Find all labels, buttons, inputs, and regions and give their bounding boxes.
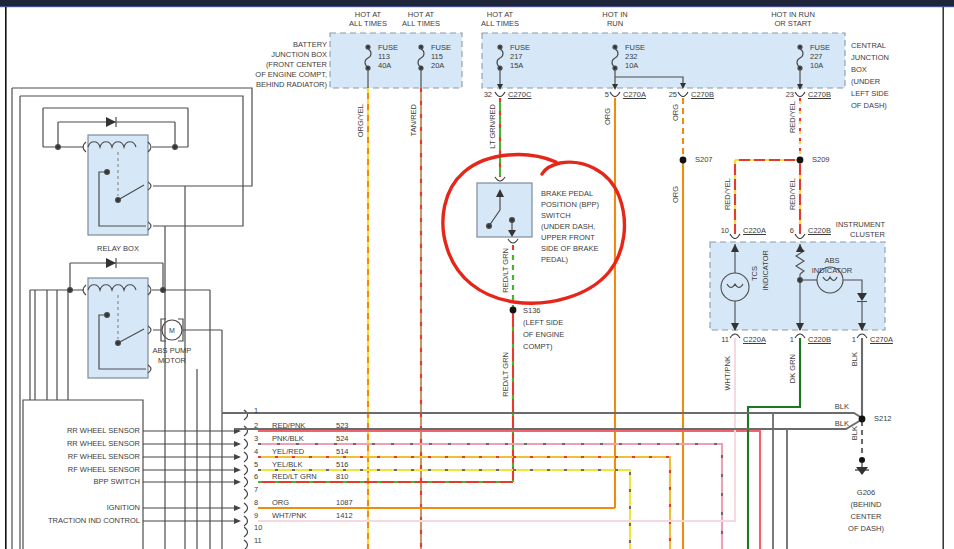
- bpp-top-connector-symbol: [495, 177, 505, 181]
- pin-11-arc: [244, 540, 248, 549]
- wire-label-blk-c: BLK: [815, 402, 849, 411]
- relay1-contact-dot: [105, 170, 110, 175]
- pin-num-7: 7: [254, 485, 258, 494]
- pin-num-9: 9: [254, 511, 258, 520]
- splice-s136-dot: [510, 307, 517, 314]
- connector-c220b-1-symbol: [795, 334, 805, 338]
- bpp-switch-box: [477, 183, 532, 237]
- wire-label-red-yel-b: RED/YEL: [723, 178, 732, 210]
- wire-code-pin9: WHT/PNK: [272, 511, 307, 520]
- connector-c270a-5-symbol: [610, 92, 620, 97]
- splice-s212-label: S212: [874, 414, 892, 423]
- central-junction-box-shape: [482, 33, 845, 88]
- pin-num-11: 11: [254, 536, 262, 545]
- wire-label-wht-pnk: WHT/PNK: [723, 356, 732, 391]
- connector-c270b25-name[interactable]: C270B: [691, 90, 714, 99]
- battery-junction-box-label: BATTERY JUNCTION BOX (FRONT CENTER OF EN…: [210, 40, 327, 90]
- wire-label-tan-red: TAN/RED: [409, 104, 418, 136]
- tcs-indicator-label-1: TCS: [750, 266, 759, 281]
- bpp-contact-dot2: [510, 218, 515, 223]
- wire-code-pin3: PNK/BLK: [272, 434, 304, 443]
- pin-7-arc: [244, 489, 248, 499]
- pin-num-2: 2: [254, 421, 258, 430]
- connector-c220a10-name[interactable]: C220A: [743, 226, 766, 235]
- splice-s207-label: S207: [695, 155, 713, 164]
- wire-label-red-yel-c: RED/YEL: [788, 178, 797, 210]
- splice-s207-dot: [680, 157, 687, 164]
- relay-box-label: RELAY BOX: [78, 244, 158, 253]
- pin-num-4: 4: [254, 447, 258, 456]
- relay1-diode-icon: [106, 117, 116, 127]
- circuit-num-pin9: 1412: [336, 511, 353, 520]
- instrument-cluster-title: INSTRUMENT CLUSTER: [797, 220, 885, 240]
- splice-s209-label: S209: [812, 155, 830, 164]
- module-feed-lines: [30, 290, 68, 400]
- bpp-switch-label: BRAKE PEDAL POSITION (BPP) SWITCH (UNDER…: [541, 188, 599, 265]
- relay1-node-right: [173, 145, 178, 150]
- relay2-diode-icon: [106, 258, 116, 268]
- wire-label-org-b: ORG: [671, 104, 680, 121]
- wire-code-pin5: YEL/BLK: [272, 460, 302, 469]
- power-tap-cjb2: HOT INRUN: [585, 10, 645, 28]
- relay1-node-left: [56, 145, 61, 150]
- bpp-bottom-connector-symbol: [508, 239, 518, 243]
- connector-c270a5-name[interactable]: C270A: [623, 90, 646, 99]
- ground-g206-label: G206 (BEHIND CENTER OF DASH): [836, 487, 896, 535]
- pin-5-arc: [244, 465, 248, 475]
- wire-label-blk-a: BLK: [850, 352, 859, 366]
- connector-c270a1-name[interactable]: C270A: [870, 335, 893, 344]
- relay2-node-right: [161, 288, 166, 293]
- fuse-232-label: FUSE23210A: [625, 43, 645, 70]
- connector-c220b1-name[interactable]: C220B: [808, 335, 831, 344]
- connector-c270c-32-symbol: [495, 92, 505, 97]
- module-label-pin8: IGNITION: [10, 503, 140, 512]
- relay2-node-left: [68, 288, 73, 293]
- left-border: [5, 7, 7, 549]
- tcs-indicator-label-2: INDICATOR: [761, 250, 770, 291]
- pin-num-1: 1: [254, 406, 258, 415]
- pin-num-6: 6: [254, 472, 258, 481]
- wire-label-org-a: ORG: [603, 108, 612, 125]
- wire-label-red-ltgrn-b: RED/LT GRN: [501, 352, 510, 397]
- ground-g206-symbol: [855, 457, 869, 475]
- pin-1-arc: [244, 410, 248, 420]
- wire-label-lt-grn-red: LT GRN/RED: [488, 104, 497, 149]
- fuse-227-label: FUSE22710A: [810, 43, 830, 70]
- power-tap-cjb1: HOT ATALL TIMES: [470, 10, 530, 28]
- wire-code-pin6: RED/LT GRN: [272, 472, 317, 481]
- wire-label-org-c: ORG: [671, 186, 680, 203]
- wiring-diagram-page: HOT ATALL TIMES HOT ATALL TIMES HOT ATAL…: [0, 0, 954, 549]
- right-border: [943, 7, 944, 549]
- bpp-contact-dot1: [487, 224, 492, 229]
- connector-c220a11-pin: 11: [707, 335, 729, 344]
- connector-c270c-pin: 32: [468, 90, 492, 99]
- connector-c270a1-pin: 1: [838, 335, 856, 344]
- wire-label-dk-grn: DK GRN: [788, 354, 797, 383]
- pin-num-8: 8: [254, 498, 258, 507]
- wire-label-red-ltgrn-a: RED/LT GRN: [501, 248, 510, 293]
- connector-c270b23-name[interactable]: C270B: [808, 90, 831, 99]
- wire-code-pin4: YEL/RED: [272, 447, 304, 456]
- relay1-pivot-dot: [116, 198, 121, 203]
- wire-label-blk-d: BLK: [815, 419, 849, 428]
- module-label-pin3: RR WHEEL SENSOR: [10, 439, 140, 448]
- connector-c270c-name[interactable]: C270C: [508, 90, 531, 99]
- pin-4-arc: [244, 452, 248, 462]
- module-label-pin5: RF WHEEL SENSOR: [10, 465, 140, 474]
- fuse-217-label: FUSE21715A: [510, 43, 530, 70]
- circuit-num-pin4: 514: [336, 447, 349, 456]
- fuse-115-label: FUSE11520A: [431, 43, 451, 70]
- pin-3-arc: [244, 439, 248, 449]
- connector-c270b23-pin: 23: [772, 90, 794, 99]
- connector-c220a11-name[interactable]: C220A: [743, 335, 766, 344]
- wire-red-pnk: [258, 431, 760, 549]
- wire-blk-h1: [222, 413, 862, 418]
- connector-c270b-23-symbol: [795, 92, 805, 97]
- connector-c220a-10-symbol: [730, 234, 740, 239]
- circuit-num-pin5: 516: [336, 460, 349, 469]
- fuse-113-label: FUSE11340A: [378, 43, 398, 70]
- module-pins: [143, 410, 248, 549]
- connector-c220a-11-symbol: [730, 334, 740, 338]
- connector-c270b25-pin: 25: [655, 90, 677, 99]
- junction-boxes: [330, 33, 885, 330]
